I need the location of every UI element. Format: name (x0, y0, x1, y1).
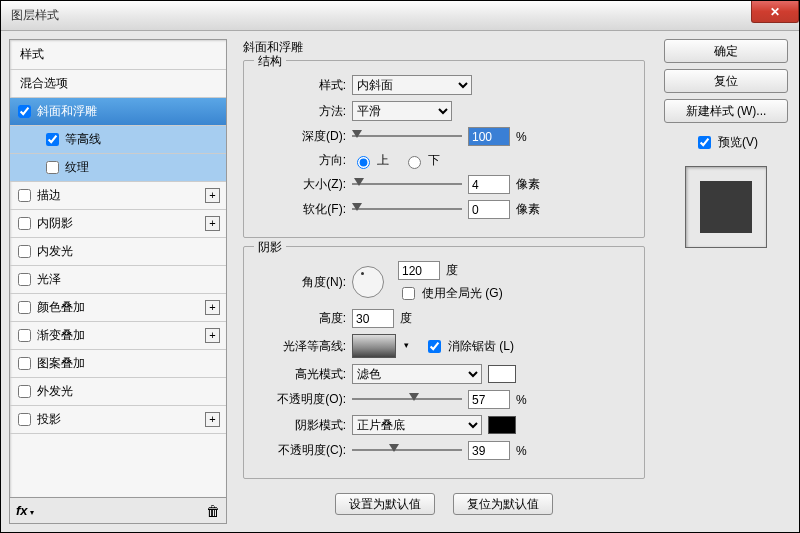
size-unit: 像素 (516, 176, 540, 193)
antialias-check[interactable]: 消除锯齿 (L) (424, 337, 514, 356)
style-drop-shadow[interactable]: 投影 + (10, 406, 226, 434)
style-check-texture[interactable] (46, 161, 59, 174)
size-input[interactable] (468, 175, 510, 194)
angle-input[interactable] (398, 261, 440, 280)
direction-down-radio[interactable]: 下 (403, 152, 440, 169)
altitude-unit: 度 (400, 310, 412, 327)
style-check-gradient-overlay[interactable] (18, 329, 31, 342)
dialog-body: 样式 混合选项 斜面和浮雕 等高线 纹理 描边 + (1, 31, 799, 532)
structure-group: 结构 样式: 内斜面 方法: 平滑 深度(D): % 方向: (243, 60, 645, 238)
shading-group: 阴影 角度(N): 度 使用全局光 (G) 高度: 度 (243, 246, 645, 479)
style-check-drop-shadow[interactable] (18, 413, 31, 426)
altitude-input[interactable] (352, 309, 394, 328)
add-icon[interactable]: + (205, 328, 220, 343)
size-slider[interactable] (352, 178, 462, 192)
add-icon[interactable]: + (205, 188, 220, 203)
opacity-unit: % (516, 444, 527, 458)
style-label: 外发光 (37, 383, 73, 400)
panel-heading: 斜面和浮雕 (243, 39, 645, 56)
style-texture[interactable]: 纹理 (10, 154, 226, 182)
style-gradient-overlay[interactable]: 渐变叠加 + (10, 322, 226, 350)
style-check-stroke[interactable] (18, 189, 31, 202)
shadow-mode-select[interactable]: 正片叠底 (352, 415, 482, 435)
add-icon[interactable]: + (205, 412, 220, 427)
styles-list: 样式 混合选项 斜面和浮雕 等高线 纹理 描边 + (9, 39, 227, 498)
highlight-mode-select[interactable]: 滤色 (352, 364, 482, 384)
size-label: 大小(Z): (256, 176, 346, 193)
soften-input[interactable] (468, 200, 510, 219)
styles-header[interactable]: 样式 (10, 40, 226, 70)
technique-label: 方法: (256, 103, 346, 120)
shadow-opacity-input[interactable] (468, 441, 510, 460)
style-stroke[interactable]: 描边 + (10, 182, 226, 210)
style-check-inner-shadow[interactable] (18, 217, 31, 230)
depth-input[interactable] (468, 127, 510, 146)
style-label: 斜面和浮雕 (37, 103, 97, 120)
global-light-check[interactable]: 使用全局光 (G) (398, 284, 503, 303)
technique-select[interactable]: 平滑 (352, 101, 452, 121)
style-check-satin[interactable] (18, 273, 31, 286)
style-label: 渐变叠加 (37, 327, 85, 344)
style-check-bevel[interactable] (18, 105, 31, 118)
style-satin[interactable]: 光泽 (10, 266, 226, 294)
gloss-contour-label: 光泽等高线: (256, 338, 346, 355)
style-pattern-overlay[interactable]: 图案叠加 (10, 350, 226, 378)
style-check-contour[interactable] (46, 133, 59, 146)
style-check-outer-glow[interactable] (18, 385, 31, 398)
trash-icon[interactable]: 🗑 (206, 503, 220, 519)
fx-menu-icon[interactable]: fx (16, 503, 34, 518)
style-inner-shadow[interactable]: 内阴影 + (10, 210, 226, 238)
style-select[interactable]: 内斜面 (352, 75, 472, 95)
gloss-contour-swatch[interactable] (352, 334, 396, 358)
highlight-opacity-input[interactable] (468, 390, 510, 409)
style-inner-glow[interactable]: 内发光 (10, 238, 226, 266)
add-icon[interactable]: + (205, 300, 220, 315)
layer-style-dialog: 图层样式 ✕ 样式 混合选项 斜面和浮雕 等高线 纹理 (0, 0, 800, 533)
style-check-pattern-overlay[interactable] (18, 357, 31, 370)
opacity-unit: % (516, 393, 527, 407)
styles-sidebar: 样式 混合选项 斜面和浮雕 等高线 纹理 描边 + (9, 39, 227, 524)
titlebar[interactable]: 图层样式 ✕ (1, 1, 799, 31)
style-bevel-emboss[interactable]: 斜面和浮雕 (10, 98, 226, 126)
shadow-color-swatch[interactable] (488, 416, 516, 434)
ok-button[interactable]: 确定 (664, 39, 788, 63)
window-title: 图层样式 (11, 7, 59, 24)
shadow-opacity-slider[interactable] (352, 444, 462, 458)
style-label: 描边 (37, 187, 61, 204)
sidebar-footer: fx 🗑 (9, 498, 227, 524)
soften-label: 软化(F): (256, 201, 346, 218)
soften-slider[interactable] (352, 203, 462, 217)
depth-slider[interactable] (352, 130, 462, 144)
make-default-button[interactable]: 设置为默认值 (335, 493, 435, 515)
style-label: 投影 (37, 411, 61, 428)
style-color-overlay[interactable]: 颜色叠加 + (10, 294, 226, 322)
settings-panel: 斜面和浮雕 结构 样式: 内斜面 方法: 平滑 深度(D): % (235, 39, 653, 524)
close-button[interactable]: ✕ (751, 1, 799, 23)
direction-up-radio[interactable]: 上 (352, 152, 389, 169)
style-contour[interactable]: 等高线 (10, 126, 226, 154)
shadow-opacity-label: 不透明度(C): (256, 442, 346, 459)
structure-title: 结构 (254, 53, 286, 70)
preview-check[interactable]: 预览(V) (694, 133, 758, 152)
style-check-color-overlay[interactable] (18, 301, 31, 314)
highlight-mode-label: 高光模式: (256, 366, 346, 383)
cancel-button[interactable]: 复位 (664, 69, 788, 93)
style-label: 图案叠加 (37, 355, 85, 372)
style-label: 样式: (256, 77, 346, 94)
blending-options-row[interactable]: 混合选项 (10, 70, 226, 98)
depth-label: 深度(D): (256, 128, 346, 145)
angle-label: 角度(N): (256, 274, 346, 291)
new-style-button[interactable]: 新建样式 (W)... (664, 99, 788, 123)
shadow-mode-label: 阴影模式: (256, 417, 346, 434)
add-icon[interactable]: + (205, 216, 220, 231)
altitude-label: 高度: (256, 310, 346, 327)
highlight-opacity-slider[interactable] (352, 393, 462, 407)
highlight-color-swatch[interactable] (488, 365, 516, 383)
reset-default-button[interactable]: 复位为默认值 (453, 493, 553, 515)
style-check-inner-glow[interactable] (18, 245, 31, 258)
style-outer-glow[interactable]: 外发光 (10, 378, 226, 406)
soften-unit: 像素 (516, 201, 540, 218)
angle-dial[interactable] (352, 266, 384, 298)
style-label: 内发光 (37, 243, 73, 260)
style-label: 颜色叠加 (37, 299, 85, 316)
